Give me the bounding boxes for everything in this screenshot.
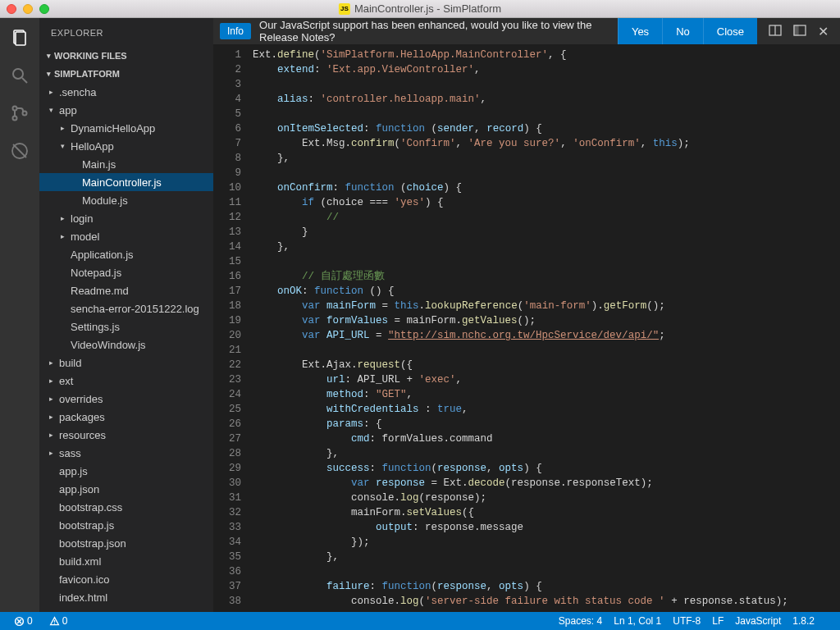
tree-item[interactable]: ▸bootstrap.json: [39, 534, 213, 552]
file-tree: ▸.sencha▾app▸DynamicHelloApp▾HelloApp▸Ma…: [39, 83, 213, 606]
tree-item-label: overrides: [59, 393, 103, 405]
tree-item[interactable]: ▸Application.js: [39, 245, 213, 263]
tree-item-label: MainController.js: [82, 176, 162, 189]
tree-item[interactable]: ▸sencha-error-20151222.log: [39, 299, 213, 317]
status-bar: 0 0 Spaces: 4 Ln 1, Col 1 UTF-8 LF JavaS…: [0, 612, 840, 630]
eol-status[interactable]: LF: [706, 615, 729, 627]
tree-item[interactable]: ▸build.xml: [39, 552, 213, 570]
notification-no-button[interactable]: No: [662, 18, 703, 44]
tree-item[interactable]: ▸Settings.js: [39, 317, 213, 336]
toggle-panel-icon[interactable]: [793, 24, 806, 39]
info-message: Our JavaScript support has been enhanced…: [259, 19, 618, 43]
git-activity-icon[interactable]: [8, 102, 31, 125]
tree-item[interactable]: ▸bootstrap.css: [39, 498, 213, 516]
tree-item[interactable]: ▸overrides: [39, 390, 213, 408]
encoding-status[interactable]: UTF-8: [667, 615, 706, 627]
search-activity-icon[interactable]: [8, 64, 31, 87]
working-files-section[interactable]: ▾ WORKING FILES: [39, 47, 213, 65]
tree-item-label: sass: [59, 447, 81, 459]
sidebar-header: EXPLORER: [39, 18, 213, 47]
close-editor-icon[interactable]: ✕: [818, 24, 829, 39]
chevron-right-icon: ▸: [61, 124, 69, 132]
explorer-activity-icon[interactable]: [8, 26, 31, 49]
chevron-right-icon: ▸: [49, 449, 57, 457]
tree-item-label: Readme.md: [71, 285, 129, 297]
feedback-icon[interactable]: [820, 615, 832, 627]
tree-item-label: Module.js: [82, 194, 128, 207]
chevron-right-icon: ▸: [49, 377, 57, 385]
tree-item-label: bootstrap.json: [59, 537, 126, 550]
close-window-button[interactable]: [7, 4, 16, 14]
explorer-sidebar: EXPLORER ▾ WORKING FILES ▾ SIMPLATFORM ▸…: [39, 18, 213, 612]
warnings-status[interactable]: 0: [43, 615, 74, 627]
code-content[interactable]: Ext.define('SimPlatform.HelloApp.MainCon…: [253, 48, 840, 612]
tree-item-label: sencha-error-20151222.log: [71, 303, 199, 315]
warning-count: 0: [62, 615, 68, 627]
tree-item[interactable]: ▸bootstrap.js: [39, 516, 213, 534]
chevron-down-icon: ▾: [43, 70, 54, 78]
tree-item[interactable]: ▾app: [39, 101, 213, 119]
tree-item[interactable]: ▸sass: [39, 444, 213, 462]
window-title: JS MainController.js - SimPlatform: [339, 2, 501, 15]
notification-yes-button[interactable]: Yes: [618, 18, 662, 44]
chevron-right-icon: ▸: [49, 88, 57, 96]
tree-item-label: Application.js: [71, 249, 134, 261]
chevron-right-icon: ▸: [61, 214, 69, 222]
tree-item-label: packages: [59, 411, 105, 423]
tree-item-label: DynamicHelloApp: [71, 122, 155, 135]
tree-item-label: app: [59, 104, 77, 116]
split-editor-icon[interactable]: [769, 24, 782, 39]
tree-item[interactable]: ▸login: [39, 209, 213, 227]
minimize-window-button[interactable]: [23, 4, 33, 14]
tree-item[interactable]: ▸Module.js: [39, 191, 213, 209]
indentation-status[interactable]: Spaces: 4: [553, 615, 608, 627]
tree-item[interactable]: ▸Main.js: [39, 155, 213, 173]
chevron-down-icon: ▾: [43, 52, 54, 60]
version-status[interactable]: 1.8.2: [787, 615, 820, 627]
tree-item[interactable]: ▸packages: [39, 408, 213, 426]
tree-item-label: .sencha: [59, 86, 97, 98]
workbench: EXPLORER ▾ WORKING FILES ▾ SIMPLATFORM ▸…: [0, 18, 840, 612]
chevron-right-icon: ▸: [49, 413, 57, 421]
working-files-label: WORKING FILES: [54, 51, 127, 61]
tree-item[interactable]: ▸ext: [39, 372, 213, 390]
tree-item[interactable]: ▸favicon.ico: [39, 570, 213, 588]
tree-item[interactable]: ▸Readme.md: [39, 281, 213, 299]
tree-item[interactable]: ▸resources: [39, 426, 213, 444]
line-gutter: 1234567891011121314151617181920212223242…: [213, 48, 253, 612]
project-section[interactable]: ▾ SIMPLATFORM: [39, 65, 213, 83]
chevron-right-icon: ▸: [61, 232, 69, 240]
tree-item-label: Settings.js: [71, 321, 120, 333]
debug-activity-icon[interactable]: [8, 139, 31, 162]
tree-item[interactable]: ▸app.json: [39, 480, 213, 498]
tree-item[interactable]: ▸Notepad.js: [39, 263, 213, 281]
tree-item[interactable]: ▸.sencha: [39, 83, 213, 101]
tree-item[interactable]: ▸VideoWindow.js: [39, 336, 213, 354]
tree-item-label: VideoWindow.js: [71, 339, 146, 351]
language-status[interactable]: JavaScript: [729, 615, 787, 627]
svg-rect-1: [16, 32, 25, 45]
cursor-position-status[interactable]: Ln 1, Col 1: [608, 615, 667, 627]
svg-rect-12: [794, 25, 798, 35]
svg-point-6: [23, 112, 27, 116]
tree-item[interactable]: ▸app.js: [39, 462, 213, 480]
tree-item[interactable]: ▸DynamicHelloApp: [39, 119, 213, 137]
tree-item[interactable]: ▾HelloApp: [39, 137, 213, 155]
title-text: MainController.js - SimPlatform: [354, 2, 501, 15]
tree-item[interactable]: ▸index.html: [39, 588, 213, 606]
notification-close-button[interactable]: Close: [703, 18, 757, 44]
tree-item[interactable]: ▸build: [39, 354, 213, 372]
tree-item-label: index.html: [59, 591, 107, 604]
errors-status[interactable]: 0: [8, 615, 39, 627]
info-actions: Yes No Close: [618, 18, 757, 44]
svg-line-3: [22, 78, 27, 83]
tree-item[interactable]: ▸model: [39, 227, 213, 245]
code-editor[interactable]: 1234567891011121314151617181920212223242…: [213, 44, 840, 612]
tree-item-label: HelloApp: [71, 140, 114, 153]
tree-item[interactable]: ▸MainController.js: [39, 173, 213, 191]
chevron-down-icon: ▾: [49, 106, 57, 114]
error-count: 0: [27, 615, 33, 627]
svg-line-8: [13, 144, 26, 158]
maximize-window-button[interactable]: [39, 4, 49, 14]
chevron-right-icon: ▸: [49, 395, 57, 403]
